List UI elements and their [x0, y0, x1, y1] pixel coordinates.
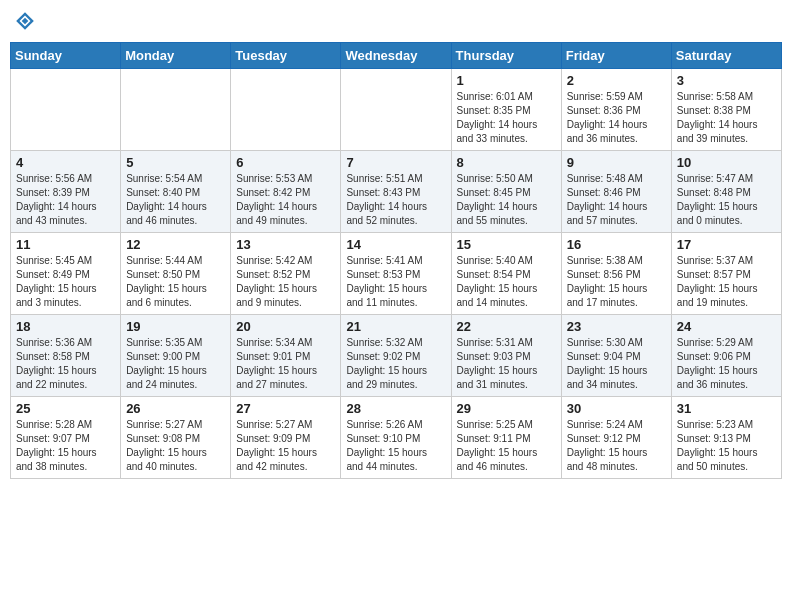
weekday-header-monday: Monday: [121, 43, 231, 69]
calendar-week-row: 25Sunrise: 5:28 AM Sunset: 9:07 PM Dayli…: [11, 397, 782, 479]
calendar-cell: 12Sunrise: 5:44 AM Sunset: 8:50 PM Dayli…: [121, 233, 231, 315]
day-info: Sunrise: 5:59 AM Sunset: 8:36 PM Dayligh…: [567, 90, 666, 146]
calendar-week-row: 1Sunrise: 6:01 AM Sunset: 8:35 PM Daylig…: [11, 69, 782, 151]
day-number: 20: [236, 319, 335, 334]
weekday-header-tuesday: Tuesday: [231, 43, 341, 69]
day-info: Sunrise: 5:26 AM Sunset: 9:10 PM Dayligh…: [346, 418, 445, 474]
day-info: Sunrise: 5:31 AM Sunset: 9:03 PM Dayligh…: [457, 336, 556, 392]
calendar-cell: 30Sunrise: 5:24 AM Sunset: 9:12 PM Dayli…: [561, 397, 671, 479]
calendar-cell: 25Sunrise: 5:28 AM Sunset: 9:07 PM Dayli…: [11, 397, 121, 479]
day-number: 4: [16, 155, 115, 170]
day-info: Sunrise: 5:41 AM Sunset: 8:53 PM Dayligh…: [346, 254, 445, 310]
calendar-week-row: 4Sunrise: 5:56 AM Sunset: 8:39 PM Daylig…: [11, 151, 782, 233]
calendar-cell: 26Sunrise: 5:27 AM Sunset: 9:08 PM Dayli…: [121, 397, 231, 479]
day-number: 25: [16, 401, 115, 416]
day-info: Sunrise: 5:38 AM Sunset: 8:56 PM Dayligh…: [567, 254, 666, 310]
calendar-week-row: 11Sunrise: 5:45 AM Sunset: 8:49 PM Dayli…: [11, 233, 782, 315]
day-info: Sunrise: 5:53 AM Sunset: 8:42 PM Dayligh…: [236, 172, 335, 228]
day-info: Sunrise: 5:44 AM Sunset: 8:50 PM Dayligh…: [126, 254, 225, 310]
day-info: Sunrise: 5:23 AM Sunset: 9:13 PM Dayligh…: [677, 418, 776, 474]
day-info: Sunrise: 5:42 AM Sunset: 8:52 PM Dayligh…: [236, 254, 335, 310]
day-number: 6: [236, 155, 335, 170]
calendar-cell: 11Sunrise: 5:45 AM Sunset: 8:49 PM Dayli…: [11, 233, 121, 315]
calendar-cell: 27Sunrise: 5:27 AM Sunset: 9:09 PM Dayli…: [231, 397, 341, 479]
day-info: Sunrise: 5:54 AM Sunset: 8:40 PM Dayligh…: [126, 172, 225, 228]
weekday-header-sunday: Sunday: [11, 43, 121, 69]
day-info: Sunrise: 5:25 AM Sunset: 9:11 PM Dayligh…: [457, 418, 556, 474]
day-number: 8: [457, 155, 556, 170]
calendar-cell: [341, 69, 451, 151]
calendar-cell: 9Sunrise: 5:48 AM Sunset: 8:46 PM Daylig…: [561, 151, 671, 233]
calendar-cell: 29Sunrise: 5:25 AM Sunset: 9:11 PM Dayli…: [451, 397, 561, 479]
day-number: 3: [677, 73, 776, 88]
day-number: 30: [567, 401, 666, 416]
day-number: 16: [567, 237, 666, 252]
day-info: Sunrise: 5:29 AM Sunset: 9:06 PM Dayligh…: [677, 336, 776, 392]
calendar-cell: 6Sunrise: 5:53 AM Sunset: 8:42 PM Daylig…: [231, 151, 341, 233]
calendar-cell: 31Sunrise: 5:23 AM Sunset: 9:13 PM Dayli…: [671, 397, 781, 479]
calendar-cell: 20Sunrise: 5:34 AM Sunset: 9:01 PM Dayli…: [231, 315, 341, 397]
logo: [14, 10, 38, 34]
day-info: Sunrise: 5:27 AM Sunset: 9:08 PM Dayligh…: [126, 418, 225, 474]
day-number: 21: [346, 319, 445, 334]
day-number: 27: [236, 401, 335, 416]
day-number: 7: [346, 155, 445, 170]
day-number: 2: [567, 73, 666, 88]
calendar-cell: 23Sunrise: 5:30 AM Sunset: 9:04 PM Dayli…: [561, 315, 671, 397]
calendar-table: SundayMondayTuesdayWednesdayThursdayFrid…: [10, 42, 782, 479]
calendar-cell: 2Sunrise: 5:59 AM Sunset: 8:36 PM Daylig…: [561, 69, 671, 151]
calendar-cell: 14Sunrise: 5:41 AM Sunset: 8:53 PM Dayli…: [341, 233, 451, 315]
day-info: Sunrise: 5:28 AM Sunset: 9:07 PM Dayligh…: [16, 418, 115, 474]
day-info: Sunrise: 5:50 AM Sunset: 8:45 PM Dayligh…: [457, 172, 556, 228]
calendar-cell: 8Sunrise: 5:50 AM Sunset: 8:45 PM Daylig…: [451, 151, 561, 233]
day-number: 13: [236, 237, 335, 252]
day-number: 18: [16, 319, 115, 334]
day-info: Sunrise: 5:45 AM Sunset: 8:49 PM Dayligh…: [16, 254, 115, 310]
calendar-cell: 4Sunrise: 5:56 AM Sunset: 8:39 PM Daylig…: [11, 151, 121, 233]
day-number: 19: [126, 319, 225, 334]
day-info: Sunrise: 5:48 AM Sunset: 8:46 PM Dayligh…: [567, 172, 666, 228]
day-number: 24: [677, 319, 776, 334]
day-info: Sunrise: 6:01 AM Sunset: 8:35 PM Dayligh…: [457, 90, 556, 146]
day-info: Sunrise: 5:56 AM Sunset: 8:39 PM Dayligh…: [16, 172, 115, 228]
day-info: Sunrise: 5:24 AM Sunset: 9:12 PM Dayligh…: [567, 418, 666, 474]
day-number: 5: [126, 155, 225, 170]
calendar-week-row: 18Sunrise: 5:36 AM Sunset: 8:58 PM Dayli…: [11, 315, 782, 397]
day-info: Sunrise: 5:36 AM Sunset: 8:58 PM Dayligh…: [16, 336, 115, 392]
day-number: 14: [346, 237, 445, 252]
calendar-cell: 5Sunrise: 5:54 AM Sunset: 8:40 PM Daylig…: [121, 151, 231, 233]
calendar-cell: 19Sunrise: 5:35 AM Sunset: 9:00 PM Dayli…: [121, 315, 231, 397]
page-header: [10, 10, 782, 34]
weekday-header-row: SundayMondayTuesdayWednesdayThursdayFrid…: [11, 43, 782, 69]
weekday-header-thursday: Thursday: [451, 43, 561, 69]
calendar-cell: 24Sunrise: 5:29 AM Sunset: 9:06 PM Dayli…: [671, 315, 781, 397]
day-info: Sunrise: 5:34 AM Sunset: 9:01 PM Dayligh…: [236, 336, 335, 392]
day-info: Sunrise: 5:37 AM Sunset: 8:57 PM Dayligh…: [677, 254, 776, 310]
day-number: 17: [677, 237, 776, 252]
day-number: 28: [346, 401, 445, 416]
logo-icon: [14, 10, 36, 32]
day-number: 1: [457, 73, 556, 88]
day-number: 15: [457, 237, 556, 252]
day-number: 11: [16, 237, 115, 252]
day-info: Sunrise: 5:51 AM Sunset: 8:43 PM Dayligh…: [346, 172, 445, 228]
weekday-header-friday: Friday: [561, 43, 671, 69]
calendar-cell: 10Sunrise: 5:47 AM Sunset: 8:48 PM Dayli…: [671, 151, 781, 233]
day-info: Sunrise: 5:58 AM Sunset: 8:38 PM Dayligh…: [677, 90, 776, 146]
day-number: 26: [126, 401, 225, 416]
day-number: 12: [126, 237, 225, 252]
day-info: Sunrise: 5:30 AM Sunset: 9:04 PM Dayligh…: [567, 336, 666, 392]
weekday-header-saturday: Saturday: [671, 43, 781, 69]
calendar-cell: 21Sunrise: 5:32 AM Sunset: 9:02 PM Dayli…: [341, 315, 451, 397]
day-number: 22: [457, 319, 556, 334]
day-number: 9: [567, 155, 666, 170]
day-number: 31: [677, 401, 776, 416]
day-number: 10: [677, 155, 776, 170]
weekday-header-wednesday: Wednesday: [341, 43, 451, 69]
calendar-cell: 13Sunrise: 5:42 AM Sunset: 8:52 PM Dayli…: [231, 233, 341, 315]
calendar-cell: 15Sunrise: 5:40 AM Sunset: 8:54 PM Dayli…: [451, 233, 561, 315]
calendar-cell: [11, 69, 121, 151]
calendar-cell: 7Sunrise: 5:51 AM Sunset: 8:43 PM Daylig…: [341, 151, 451, 233]
day-info: Sunrise: 5:35 AM Sunset: 9:00 PM Dayligh…: [126, 336, 225, 392]
day-info: Sunrise: 5:47 AM Sunset: 8:48 PM Dayligh…: [677, 172, 776, 228]
